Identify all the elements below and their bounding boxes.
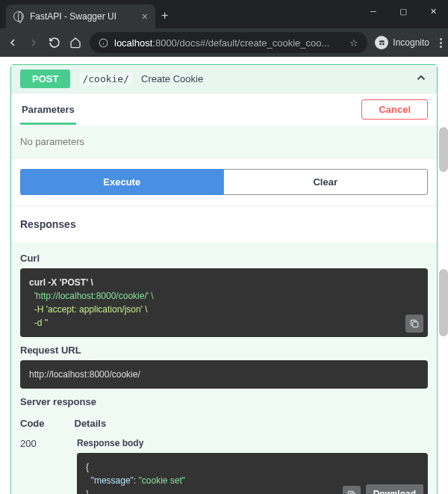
responses-body: Curl curl -X 'POST' \ 'http://localhost:… (11, 242, 437, 494)
browser-tab[interactable]: FastAPI - Swagger UI × (6, 4, 155, 28)
curl-code-block: curl -X 'POST' \ 'http://localhost:8000/… (20, 268, 428, 337)
globe-icon (13, 11, 24, 22)
parameters-tab[interactable]: Parameters (20, 101, 76, 125)
responses-header: Responses (11, 206, 437, 242)
request-url-label: Request URL (20, 345, 428, 356)
browser-titlebar: FastAPI - Swagger UI × + ─ ▢ ✕ (0, 0, 448, 28)
response-table-header: Code Details (20, 418, 428, 429)
scrollbar[interactable] (439, 269, 448, 336)
svg-point-3 (379, 43, 382, 45)
operation-header[interactable]: POST /cookie/ Create Cookie (11, 65, 437, 93)
cancel-button[interactable]: Cancel (361, 99, 428, 120)
response-row: 200 Response body { "message": "cookie s… (20, 438, 428, 494)
tab-close-icon[interactable]: × (142, 10, 148, 22)
http-method-badge: POST (20, 70, 70, 88)
endpoint-path: /cookie/ (79, 72, 132, 85)
parameters-body: No parameters (11, 126, 437, 158)
tab-title: FastAPI - Swagger UI (30, 11, 136, 22)
address-bar: localhost:8000/docs#/default/create_cook… (0, 28, 448, 57)
endpoint-summary: Create Cookie (141, 73, 203, 84)
parameters-section-header: Parameters Cancel (11, 93, 437, 126)
curl-label: Curl (20, 253, 428, 264)
incognito-icon (375, 36, 388, 49)
window-controls: ─ ▢ ✕ (358, 0, 448, 22)
no-parameters-text: No parameters (20, 136, 84, 147)
code-column-header: Code (20, 418, 45, 429)
window-minimize-icon[interactable]: ─ (358, 0, 388, 22)
svg-rect-5 (413, 322, 418, 327)
reload-icon[interactable] (48, 37, 61, 49)
response-details: Response body { "message": "cookie set" … (77, 438, 428, 494)
details-column-header: Details (75, 418, 107, 429)
page-content: POST /cookie/ Create Cookie Parameters C… (0, 57, 448, 494)
clear-button[interactable]: Clear (223, 169, 429, 195)
response-body-block: { "message": "cookie set" }Download (77, 453, 428, 494)
execute-button[interactable]: Execute (20, 169, 224, 195)
copy-icon[interactable] (405, 315, 423, 333)
request-url-block: http://localhost:8000/cookie/ (20, 360, 428, 389)
operation-block: POST /cookie/ Create Cookie Parameters C… (10, 64, 438, 494)
scrollbar[interactable] (439, 127, 448, 172)
home-icon[interactable] (69, 37, 82, 49)
star-icon[interactable]: ☆ (349, 37, 358, 49)
window-maximize-icon[interactable]: ▢ (388, 0, 418, 22)
forward-icon[interactable] (27, 37, 40, 49)
menu-icon[interactable] (440, 38, 442, 48)
chevron-up-icon (414, 71, 428, 87)
action-buttons: Execute Clear (11, 158, 437, 206)
url-input[interactable]: localhost:8000/docs#/default/create_cook… (90, 32, 367, 53)
url-text: localhost:8000/docs#/default/create_cook… (114, 37, 329, 49)
incognito-indicator: Incognito (375, 36, 429, 49)
status-code: 200 (20, 438, 47, 494)
response-body-label: Response body (77, 438, 428, 448)
copy-icon[interactable] (343, 486, 361, 494)
download-button[interactable]: Download (366, 484, 423, 494)
server-response-label: Server response (20, 396, 428, 407)
new-tab-button[interactable]: + (161, 9, 168, 22)
svg-point-4 (382, 43, 385, 45)
window-close-icon[interactable]: ✕ (418, 0, 448, 22)
info-icon (99, 38, 108, 48)
back-icon[interactable] (6, 37, 19, 49)
